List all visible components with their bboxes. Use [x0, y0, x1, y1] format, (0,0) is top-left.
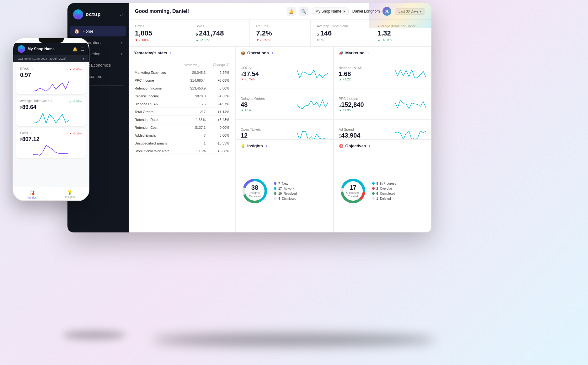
insights-panel: 💡 Insights › — [235, 139, 334, 232]
insights-nav-icon: 💡 — [67, 190, 72, 195]
scene: octup ⇄ 🏠 Home 📦 Operations ▾ 📣 Marketin… — [0, 0, 588, 365]
metric-label: Organic Income — [135, 93, 184, 100]
stat-sales-value: $ 241,748 — [195, 29, 243, 37]
metric-label: Blended ROAS — [135, 101, 184, 108]
stat-orders-value: 1,805 — [135, 29, 183, 37]
table-row: Total Orders 217 +1.14% — [135, 108, 229, 116]
legend-label: At work — [284, 187, 294, 190]
metric-value: 1.75 — [184, 101, 206, 108]
operations-icon: 📦 — [241, 51, 245, 55]
mobile-metric-label: ROAS ⓘ — [20, 67, 33, 71]
sparkline-chart — [20, 112, 82, 124]
table-row: Blended ROAS 1.75 -4.97% — [135, 101, 229, 108]
metric-change: 0.00% — [206, 124, 229, 131]
stat-sales-change: ▲+2.52% — [195, 38, 243, 42]
metric-change: -2.24% — [206, 69, 229, 76]
col-metric — [135, 61, 184, 68]
sidebar-collapse-btn[interactable]: ⇄ — [120, 12, 123, 17]
operations-link[interactable]: › — [272, 51, 273, 55]
mkt-item-info: PPC Income $152,840 ▲ +1.95 — [339, 97, 393, 112]
legend-dot — [274, 187, 276, 190]
shop-selector[interactable]: My Shop Name ▾ — [312, 8, 349, 15]
marketing-link[interactable]: › — [368, 51, 369, 55]
insights-icon: 💡 — [241, 144, 245, 148]
legend-item: 8 In Progress — [372, 182, 396, 185]
dashboard-grid: Yesterday's stats › Yesterday Change ⓘ — [129, 46, 431, 232]
ops-item-info: Open Tickets 12 ▲ +2.26 — [241, 128, 294, 139]
home-icon: 🏠 — [74, 29, 79, 34]
sidebar-item-label: Home — [83, 29, 122, 34]
greeting-text: Good morning, Daniel! — [135, 8, 283, 14]
legend-count: 1 — [377, 197, 378, 200]
user-name-label: Daniel Longhorn — [352, 9, 380, 14]
mkt-item-label: Blended ROAS — [339, 66, 393, 70]
table-row: Retention Rate 1.33% +6.43% — [135, 116, 229, 123]
mobile-metric-header: ROAS ⓘ ▼ -0.08% — [20, 67, 82, 71]
stat-aipo-change: ▲+4.08% — [377, 38, 425, 42]
legend-dot — [274, 197, 276, 200]
legend-label: In Progress — [380, 182, 396, 185]
mobile-bell-icon[interactable]: 🔔 — [72, 47, 78, 52]
legend-count: 10 — [278, 192, 282, 195]
user-menu[interactable]: Daniel Longhorn DL — [352, 7, 391, 16]
metric-label: Retention Income — [135, 85, 184, 92]
notification-icon[interactable]: 🔔 — [287, 7, 296, 16]
metric-label: PPC Income — [135, 77, 184, 84]
objectives-icon: 🎯 — [339, 144, 344, 148]
stats-row: Ordes 1,805 ▼-0.08% Sales $ 241,748 ▲+2.… — [129, 20, 431, 46]
mobile-metric-change: ▲ +2.52% — [69, 100, 82, 103]
chevron-down-icon: ▾ — [121, 52, 122, 56]
sidebar-item-home[interactable]: 🏠 Home — [70, 26, 126, 36]
ops-item-value: $37.54 — [241, 70, 294, 78]
table-row: Unsubscribed Emails 1 -13.55% — [135, 140, 229, 147]
marketing-items: Blended ROAS 1.68 ▲ +1.22 PPC Income $15… — [334, 58, 431, 139]
mobile-content: ROAS ⓘ ▼ -0.08% 0.97 Average Order Value… — [13, 62, 89, 187]
legend-item: 1 Deleted — [372, 197, 396, 200]
metric-change: -4.97% — [206, 101, 229, 108]
metric-value: 1.33% — [184, 116, 206, 123]
mobile-chart-area — [20, 80, 82, 92]
last-days-selector[interactable]: Last 30 Days ▾ — [395, 8, 425, 15]
objectives-legend: 8 In Progress 2 Overdue 6 Completed 1 De… — [372, 182, 396, 200]
objectives-link[interactable]: › — [369, 144, 370, 148]
ops-item-label: Open Tickets — [241, 128, 294, 131]
octup-logo-text: octup — [86, 12, 101, 17]
mobile-metric-value: $807.12 — [20, 136, 82, 143]
metric-change: +1.14% — [206, 108, 229, 116]
metric-value: 1 — [184, 140, 206, 147]
legend-label: New — [282, 182, 288, 185]
mobile-menu-icon[interactable]: ☰ — [81, 47, 84, 52]
mkt-mini-chart — [395, 130, 426, 140]
mobile-metric-card: ROAS ⓘ ▼ -0.08% 0.97 — [16, 64, 86, 94]
chevron-down-icon[interactable]: ▾ — [83, 57, 84, 60]
shadow-decoration — [153, 334, 435, 346]
ops-item-label: COGS — [241, 66, 294, 70]
insights-content: 38 InsightsReceived 7 New 17 At work 10 … — [236, 151, 333, 231]
search-icon[interactable]: 🔍 — [299, 7, 308, 16]
legend-item: 6 Completed — [372, 192, 396, 195]
insights-header: 💡 Insights › — [236, 140, 333, 151]
table-row: Retention Income $13,450.9 -3.80% — [135, 85, 229, 92]
legend-item: 7 New — [274, 182, 297, 185]
metric-change: +6.43% — [206, 116, 229, 123]
topbar-actions: 🔔 🔍 My Shop Name ▾ Daniel Longhorn DL La… — [287, 7, 425, 16]
ops-item: Delayed Orders 48 ▲ +3.41 — [236, 89, 333, 120]
legend-dot — [274, 182, 276, 185]
insights-link[interactable]: › — [266, 144, 267, 148]
mobile-nav-metrics[interactable]: 📊 Metrics — [13, 190, 51, 199]
metric-label: Added Emails — [135, 132, 184, 139]
metric-value: $14,680.4 — [184, 77, 206, 84]
legend-dot — [274, 192, 276, 195]
mkt-mini-chart — [395, 68, 426, 79]
objectives-content: 17 ObjectivesCreated 8 In Progress 2 Ove… — [334, 151, 431, 231]
insights-title: Insights — [247, 144, 263, 148]
metric-change: -3.80% — [206, 85, 229, 92]
mobile-nav-insights[interactable]: 💡 Insights — [51, 190, 89, 199]
marketing-header: 📣 Marketing › — [334, 47, 431, 58]
table-row: Marketing Expenses $8,045.3 -2.24% — [135, 69, 229, 76]
metric-change: +5.38% — [206, 148, 229, 155]
ops-item-info: Delayed Orders 48 ▲ +3.41 — [241, 97, 294, 112]
yesterday-stats-link[interactable]: › — [170, 51, 171, 55]
stat-orders-label: Ordes — [135, 24, 183, 28]
main-content: Good morning, Daniel! 🔔 🔍 My Shop Name ▾… — [129, 3, 431, 232]
